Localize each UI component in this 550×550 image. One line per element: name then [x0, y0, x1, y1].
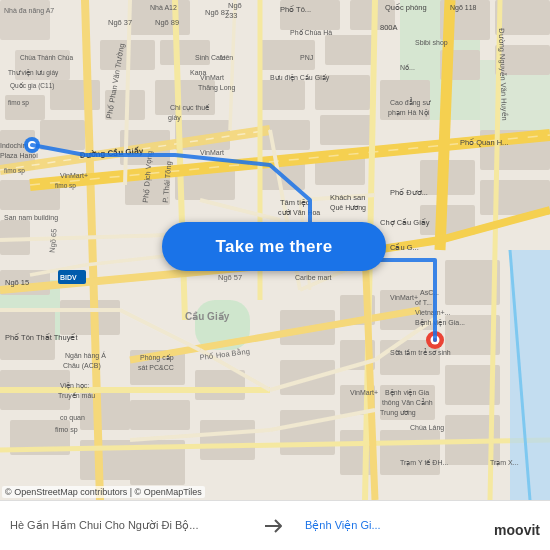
svg-text:Nồ...: Nồ... [400, 64, 415, 71]
take-me-there-button[interactable]: Take me there [162, 222, 386, 271]
svg-text:PNJ: PNJ [300, 54, 313, 61]
svg-text:233: 233 [225, 11, 238, 20]
arrow-icon [255, 518, 295, 534]
svg-text:giáy: giáy [168, 114, 181, 122]
svg-text:Phòng cấp: Phòng cấp [140, 354, 174, 362]
svg-text:San nam building: San nam building [4, 214, 58, 222]
svg-text:Quốc gia (C11): Quốc gia (C11) [10, 82, 54, 90]
svg-text:VinMart: VinMart [200, 74, 224, 81]
svg-text:Viện học:: Viện học: [60, 382, 89, 390]
svg-text:Chùa Láng: Chùa Láng [410, 424, 444, 432]
svg-rect-22 [160, 40, 210, 65]
svg-text:fimo sp: fimo sp [4, 167, 25, 175]
svg-text:Khách san: Khách san [330, 193, 365, 202]
svg-text:VinMart+: VinMart+ [350, 389, 378, 396]
svg-text:Phố Chùa Hà: Phố Chùa Hà [290, 29, 332, 36]
svg-text:thông Văn Cảnh: thông Văn Cảnh [382, 398, 433, 407]
svg-text:fimo sp: fimo sp [55, 182, 76, 190]
svg-rect-59 [380, 430, 440, 475]
svg-rect-41 [320, 115, 375, 145]
svg-text:Sbibi shop: Sbibi shop [415, 39, 448, 47]
svg-text:Ngõ 89: Ngõ 89 [155, 18, 179, 27]
svg-text:Cầu G...: Cầu G... [390, 243, 419, 252]
svg-text:Ngõ: Ngõ [228, 1, 242, 10]
svg-text:co quan: co quan [60, 414, 85, 422]
bottom-navigation-bar: Hè Gần Hầm Chui Cho Người Đi Bộ... Bệnh … [0, 500, 550, 550]
svg-text:Bưu điện Cầu Giấy: Bưu điện Cầu Giấy [270, 74, 330, 82]
svg-rect-10 [40, 120, 85, 150]
svg-text:Bệnh viện Gia...: Bệnh viện Gia... [415, 319, 465, 327]
svg-text:Quốc phòng: Quốc phòng [385, 3, 427, 12]
svg-text:Ngõ 57: Ngõ 57 [218, 273, 242, 282]
svg-text:fimo sp: fimo sp [55, 426, 78, 434]
svg-text:Quê Hương: Quê Hương [330, 204, 366, 212]
svg-rect-63 [280, 410, 335, 455]
svg-text:Cao đẳng sư: Cao đẳng sư [390, 97, 431, 107]
svg-text:Nhà đa năng A7: Nhà đa năng A7 [4, 7, 54, 15]
svg-text:Phố Quan H...: Phố Quan H... [460, 138, 508, 147]
svg-text:cưới Văn Hoa: cưới Văn Hoa [278, 209, 320, 216]
svg-text:Ngõ 118: Ngõ 118 [450, 4, 477, 12]
svg-text:Vietnam+...: Vietnam+... [415, 309, 451, 316]
svg-text:Nhà A12: Nhà A12 [150, 4, 177, 11]
svg-text:Truyền máu: Truyền máu [58, 392, 95, 400]
svg-text:Plaza Hanoi: Plaza Hanoi [0, 152, 38, 159]
svg-text:800A: 800A [380, 23, 398, 32]
svg-rect-14 [60, 300, 120, 335]
svg-text:Ngõ 15: Ngõ 15 [5, 278, 29, 287]
svg-text:Trạm X...: Trạm X... [490, 459, 519, 467]
svg-text:Trung ương: Trung ương [380, 409, 416, 417]
svg-text:Tâm tiệc: Tâm tiệc [280, 198, 310, 207]
svg-rect-32 [195, 370, 245, 400]
svg-text:sát PC&CC: sát PC&CC [138, 364, 174, 371]
svg-text:Phố Tô...: Phố Tô... [280, 5, 311, 14]
svg-text:BIDV: BIDV [60, 274, 77, 281]
svg-text:VinMart+: VinMart+ [390, 294, 418, 301]
svg-text:Cầu Giấy: Cầu Giấy [185, 311, 230, 322]
svg-text:Phố Đươ...: Phố Đươ... [390, 188, 428, 197]
svg-text:Bệnh viện Gia: Bệnh viện Gia [385, 389, 429, 397]
moovit-logo: moovit [494, 519, 540, 540]
svg-text:Sữa tầm trẻ sơ sinh: Sữa tầm trẻ sơ sinh [390, 348, 451, 356]
svg-rect-30 [130, 400, 190, 430]
svg-rect-38 [260, 80, 305, 110]
map-attribution: © OpenStreetMap contributors | © OpenMap… [2, 486, 205, 498]
svg-rect-37 [325, 35, 375, 65]
svg-text:Ngõ 37: Ngõ 37 [108, 18, 132, 27]
svg-text:Chợ Cầu Giấy: Chợ Cầu Giấy [380, 218, 430, 227]
svg-text:phạm Hà Nội: phạm Hà Nội [388, 109, 430, 117]
map-container: Nhà đa năng A7 Chùa Thánh Chúa Thư viện … [0, 0, 550, 500]
origin-label: Hè Gần Hầm Chui Cho Người Đi Bộ... [0, 519, 255, 532]
svg-text:Châu (ACB): Châu (ACB) [63, 362, 101, 370]
svg-text:Phố Tôn Thất Thuyết: Phố Tôn Thất Thuyết [5, 333, 78, 342]
svg-text:Thăng Long: Thăng Long [198, 84, 235, 92]
svg-text:Chi cục thuế: Chi cục thuế [170, 104, 210, 112]
svg-text:Ngân hàng Á: Ngân hàng Á [65, 351, 106, 360]
svg-text:VinMart+: VinMart+ [60, 172, 88, 179]
svg-text:Thư viện lưu giáy: Thư viện lưu giáy [8, 69, 59, 77]
svg-text:Trạm Y tế ĐH...: Trạm Y tế ĐH... [400, 459, 448, 467]
svg-text:Caribe mart: Caribe mart [295, 274, 332, 281]
svg-rect-33 [200, 420, 255, 460]
svg-text:Liên: Liên [220, 54, 233, 61]
svg-text:VinMart: VinMart [200, 149, 224, 156]
svg-text:of T...: of T... [415, 299, 432, 306]
svg-text:Chùa Thánh Chúa: Chùa Thánh Chúa [20, 54, 73, 61]
svg-rect-8 [50, 80, 100, 110]
svg-text:fimo sp: fimo sp [8, 99, 29, 107]
svg-rect-5 [0, 0, 50, 40]
